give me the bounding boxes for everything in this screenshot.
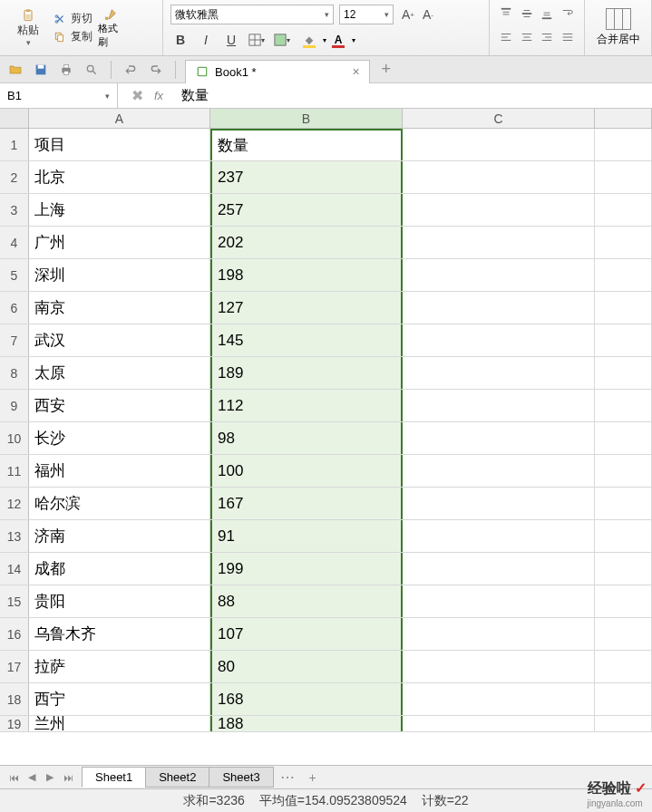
cell[interactable] bbox=[595, 227, 652, 258]
cell[interactable] bbox=[403, 553, 595, 585]
bold-button[interactable]: B bbox=[170, 30, 190, 50]
font-size-select[interactable]: 12 ▾ bbox=[339, 5, 394, 24]
decrease-font-button[interactable]: A- bbox=[419, 5, 437, 24]
row-header[interactable]: 3 bbox=[0, 194, 29, 226]
cell[interactable]: 112 bbox=[210, 390, 403, 421]
column-header-d[interactable] bbox=[595, 109, 652, 128]
row-header[interactable]: 17 bbox=[0, 651, 29, 682]
row-header[interactable]: 8 bbox=[0, 357, 29, 389]
format-painter-button[interactable]: 格式刷 bbox=[98, 2, 123, 53]
cell[interactable] bbox=[595, 716, 652, 731]
wrap-text-button[interactable] bbox=[559, 4, 578, 24]
cell[interactable] bbox=[403, 227, 595, 258]
row-header[interactable]: 6 bbox=[0, 292, 29, 324]
add-sheet-button[interactable]: + bbox=[302, 768, 324, 788]
cell[interactable] bbox=[595, 585, 652, 617]
row-header[interactable]: 19 bbox=[0, 716, 29, 731]
cell[interactable] bbox=[403, 161, 595, 193]
cell[interactable]: 西安 bbox=[29, 390, 210, 421]
sheet-tab-2[interactable]: Sheet2 bbox=[145, 767, 209, 788]
redo-button[interactable] bbox=[146, 60, 166, 80]
row-header[interactable]: 10 bbox=[0, 422, 29, 454]
cell[interactable]: 168 bbox=[210, 683, 403, 715]
cell[interactable] bbox=[403, 651, 595, 682]
sheet-more-button[interactable]: ⋯ bbox=[273, 766, 302, 788]
cell[interactable] bbox=[403, 422, 595, 454]
cell[interactable] bbox=[595, 618, 652, 650]
cell[interactable]: 数量 bbox=[210, 129, 403, 160]
cell[interactable]: 237 bbox=[210, 161, 403, 193]
cell[interactable]: 127 bbox=[210, 292, 403, 324]
open-folder-button[interactable] bbox=[5, 60, 25, 80]
cell[interactable]: 80 bbox=[210, 651, 403, 682]
cell[interactable] bbox=[403, 585, 595, 617]
sheet-nav-prev[interactable]: ◀ bbox=[24, 769, 40, 786]
cell[interactable] bbox=[595, 651, 652, 682]
row-header[interactable]: 18 bbox=[0, 683, 29, 715]
cell[interactable] bbox=[403, 488, 595, 519]
cell[interactable]: 88 bbox=[210, 585, 403, 617]
cell[interactable] bbox=[403, 129, 595, 160]
row-header[interactable]: 5 bbox=[0, 259, 29, 291]
cell[interactable]: 145 bbox=[210, 324, 403, 356]
column-header-c[interactable]: C bbox=[403, 109, 595, 128]
sheet-nav-last[interactable]: ⏭ bbox=[60, 769, 76, 786]
column-header-a[interactable]: A bbox=[29, 109, 210, 128]
row-header[interactable]: 4 bbox=[0, 227, 29, 258]
align-bottom-button[interactable] bbox=[538, 4, 557, 24]
merge-cells-button[interactable]: 合并居中 bbox=[597, 8, 640, 47]
row-header[interactable]: 2 bbox=[0, 161, 29, 193]
select-all-corner[interactable] bbox=[0, 109, 29, 128]
close-tab-button[interactable]: × bbox=[353, 64, 360, 79]
formula-input[interactable]: 数量 bbox=[172, 87, 652, 104]
cell[interactable] bbox=[595, 520, 652, 552]
sheet-nav-first[interactable]: ⏮ bbox=[5, 769, 22, 786]
cell[interactable] bbox=[403, 292, 595, 324]
cell[interactable] bbox=[595, 553, 652, 585]
row-header[interactable]: 16 bbox=[0, 618, 29, 650]
cell-style-button[interactable]: ▾ bbox=[272, 30, 292, 50]
sheet-nav-next[interactable]: ▶ bbox=[42, 769, 58, 786]
paste-button[interactable]: 粘贴 ▾ bbox=[7, 2, 49, 53]
cell[interactable]: 哈尔滨 bbox=[29, 488, 210, 519]
font-name-select[interactable]: 微软雅黑 ▾ bbox=[170, 5, 334, 24]
cell[interactable]: 福州 bbox=[29, 455, 210, 487]
cell[interactable]: 107 bbox=[210, 618, 403, 650]
sheet-tab-1[interactable]: Sheet1 bbox=[82, 767, 146, 788]
add-tab-button[interactable]: + bbox=[375, 59, 397, 81]
cell[interactable] bbox=[403, 324, 595, 356]
cell[interactable] bbox=[403, 683, 595, 715]
cell[interactable]: 199 bbox=[210, 553, 403, 585]
increase-font-button[interactable]: A+ bbox=[399, 5, 417, 24]
copy-button[interactable]: 复制 bbox=[53, 29, 92, 45]
cell[interactable] bbox=[595, 194, 652, 226]
underline-button[interactable]: U bbox=[221, 30, 241, 50]
row-header[interactable]: 14 bbox=[0, 553, 29, 585]
cell[interactable] bbox=[595, 455, 652, 487]
cell[interactable]: 188 bbox=[210, 716, 403, 731]
cell[interactable]: 成都 bbox=[29, 553, 210, 585]
cell[interactable]: 项目 bbox=[29, 129, 210, 160]
cell[interactable]: 太原 bbox=[29, 357, 210, 389]
justify-button[interactable] bbox=[559, 27, 578, 47]
cell[interactable] bbox=[595, 488, 652, 519]
italic-button[interactable]: I bbox=[196, 30, 216, 50]
align-center-button[interactable] bbox=[518, 27, 537, 47]
print-button[interactable] bbox=[56, 60, 76, 80]
align-top-button[interactable] bbox=[497, 4, 516, 24]
sheet-tab-3[interactable]: Sheet3 bbox=[209, 767, 273, 788]
cell[interactable] bbox=[595, 422, 652, 454]
cell[interactable] bbox=[595, 259, 652, 291]
cell[interactable]: 贵阳 bbox=[29, 585, 210, 617]
cell[interactable]: 198 bbox=[210, 259, 403, 291]
cell[interactable]: 南京 bbox=[29, 292, 210, 324]
cell[interactable] bbox=[595, 324, 652, 356]
cell[interactable]: 91 bbox=[210, 520, 403, 552]
cell[interactable] bbox=[403, 455, 595, 487]
cell[interactable] bbox=[403, 357, 595, 389]
cell[interactable]: 济南 bbox=[29, 520, 210, 552]
row-header[interactable]: 1 bbox=[0, 129, 29, 160]
cell[interactable]: 长沙 bbox=[29, 422, 210, 454]
cell[interactable]: 乌鲁木齐 bbox=[29, 618, 210, 650]
cell[interactable]: 北京 bbox=[29, 161, 210, 193]
